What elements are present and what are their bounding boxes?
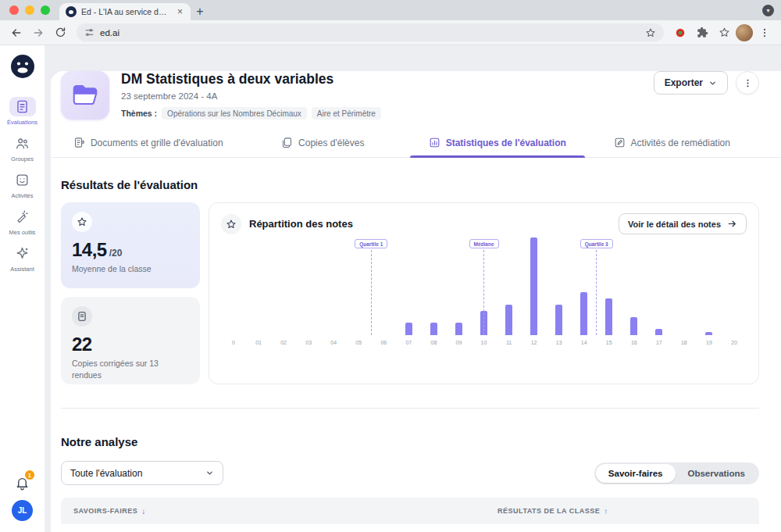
marker-dashed-line	[596, 250, 597, 335]
sidebar-item-label: Évaluations	[7, 119, 37, 126]
x-axis-tick-label: 14	[572, 340, 597, 345]
sidebar-item-groupes[interactable]: Groupes	[0, 134, 45, 162]
extensions-button[interactable]	[692, 23, 712, 43]
chart-bar-slot	[246, 252, 271, 335]
activities-icon	[9, 170, 36, 190]
sidebar-item-label: Activités	[12, 192, 34, 199]
reload-button[interactable]	[50, 23, 70, 43]
sidebar-item-mes-outils[interactable]: Mes outils	[0, 207, 45, 236]
evaluation-tabs: Documents et grille d'évaluation Copies …	[51, 137, 781, 158]
site-settings-icon[interactable]	[84, 27, 95, 37]
x-axis-tick-label: 09	[446, 340, 471, 345]
sidebar-item-assistant[interactable]: Assistant	[0, 244, 45, 273]
analysis-section-title: Notre analyse	[61, 435, 759, 448]
extension-star-button[interactable]	[714, 23, 734, 43]
toggle-observations[interactable]: Observations	[676, 464, 758, 483]
tab-favicon-icon	[66, 6, 77, 17]
toggle-savoir-faires[interactable]: Savoir-faires	[596, 464, 676, 483]
app-sidebar: Évaluations Groupes Activités Mes outils	[0, 45, 45, 532]
sort-descending-icon[interactable]: ↓	[141, 507, 146, 516]
tab-copies[interactable]: Copies d'élèves	[236, 137, 411, 157]
grade-detail-button[interactable]: Voir le détail des notes	[619, 213, 747, 234]
copies-count-label: Copies corrigées sur 13 rendues	[72, 358, 189, 380]
chart-bar-slot	[321, 252, 346, 335]
page-card: DM Statistiques à deux variables 23 sept…	[51, 71, 781, 532]
tab-title: Ed - L'IA au service des ense	[81, 7, 171, 16]
browser-profile-avatar[interactable]	[736, 24, 753, 41]
tab-documents[interactable]: Documents et grille d'évaluation	[61, 137, 236, 157]
forward-arrow-icon	[32, 27, 45, 39]
address-bar[interactable]: ed.ai	[77, 23, 664, 41]
macos-traffic-lights	[0, 0, 59, 20]
record-dot-icon	[675, 27, 686, 38]
bookmark-star-icon[interactable]	[645, 27, 656, 38]
export-button[interactable]: Exporter	[654, 71, 728, 95]
user-avatar[interactable]: JL	[12, 500, 33, 521]
chart-bar-slot	[396, 252, 421, 335]
marker-dashed-line	[483, 250, 484, 335]
class-average-max: /20	[109, 248, 123, 259]
sidebar-item-label: Mes outils	[9, 229, 36, 236]
maximize-window-icon[interactable]	[41, 5, 50, 15]
tools-icon	[9, 207, 36, 227]
more-options-button[interactable]	[736, 71, 759, 95]
x-axis-tick-label: 03	[296, 340, 321, 345]
new-tab-button[interactable]: +	[191, 3, 209, 20]
evaluation-filter-select[interactable]: Toute l'évaluation	[61, 461, 223, 485]
chart-bar-slot	[497, 252, 522, 335]
x-axis-tick-label: 0	[221, 340, 246, 345]
close-window-icon[interactable]	[9, 5, 19, 15]
sidebar-nav: Évaluations Groupes Activités Mes outils	[0, 97, 45, 273]
recording-extension-button[interactable]	[670, 23, 690, 43]
chart-bar-slot	[221, 252, 246, 335]
chart-x-axis: 0010203040506070809101112131415161718192…	[221, 340, 747, 345]
chart-bar-slot	[547, 252, 572, 335]
class-average-value: 14,5	[72, 239, 107, 261]
documents-grid-icon	[73, 137, 85, 148]
chart-header: Répartition des notes Voir le détail des…	[221, 213, 747, 234]
browser-menu-button[interactable]	[754, 23, 775, 43]
sidebar-item-activites[interactable]: Activités	[0, 170, 45, 199]
back-arrow-icon	[10, 27, 23, 39]
chart-bar-slot	[697, 252, 722, 335]
chart-bar-slot	[421, 252, 446, 335]
chart-quartile-marker: Quartile 3	[580, 239, 613, 335]
chart-bar	[430, 323, 437, 335]
forward-button[interactable]	[28, 23, 48, 43]
x-axis-tick-label: 08	[421, 340, 446, 345]
tab-label: Copies d'élèves	[298, 137, 364, 148]
tab-search-chevron-icon[interactable]: ▾	[762, 5, 774, 16]
puzzle-icon	[697, 27, 708, 38]
analysis-view-toggle: Savoir-faires Observations	[594, 462, 759, 484]
chart-bar	[505, 305, 512, 335]
column-label: SAVOIRS-FAIRES	[73, 507, 137, 515]
copies-count-icon	[72, 306, 92, 327]
notifications-button[interactable]: 1	[15, 476, 30, 491]
themes-row: Thèmes : Opérations sur les Nombres Déci…	[121, 107, 654, 120]
star-icon	[221, 214, 241, 234]
tab-remediation[interactable]: Activités de remédiation	[585, 137, 760, 157]
page-header: DM Statistiques à deux variables 23 sept…	[61, 71, 759, 120]
marker-badge: Médiane	[469, 239, 498, 248]
column-header-resultats[interactable]: RÉSULTATS DE LA CLASSE ↑	[497, 507, 608, 516]
app-logo[interactable]	[11, 55, 34, 78]
browser-tab[interactable]: Ed - L'IA au service des ense ×	[59, 3, 191, 20]
results-grid: 14,5 /20 Moyenne de la classe 22	[61, 202, 759, 384]
back-button[interactable]	[6, 23, 27, 43]
url-text: ed.ai	[100, 28, 119, 37]
sidebar-item-label: Assistant	[10, 266, 34, 273]
column-header-savoir-faires[interactable]: SAVOIRS-FAIRES ↓	[73, 507, 497, 516]
tab-close-icon[interactable]: ×	[176, 6, 184, 17]
chart-bar-slot	[296, 252, 321, 335]
x-axis-tick-label: 18	[672, 340, 697, 345]
chart-bar-slot	[672, 252, 697, 335]
folder-icon	[70, 80, 100, 110]
minimize-window-icon[interactable]	[25, 5, 34, 15]
grade-distribution-chart: 0010203040506070809101112131415161718192…	[221, 237, 747, 345]
sidebar-item-label: Groupes	[11, 155, 34, 162]
analysis-table-header: SAVOIRS-FAIRES ↓ RÉSULTATS DE LA CLASSE …	[61, 498, 759, 524]
sidebar-item-evaluations[interactable]: Évaluations	[0, 97, 45, 126]
sort-ascending-icon[interactable]: ↑	[604, 507, 608, 516]
tab-statistiques[interactable]: Statistiques de l'évaluation	[410, 137, 585, 157]
filter-selected-value: Toute l'évaluation	[70, 468, 205, 479]
